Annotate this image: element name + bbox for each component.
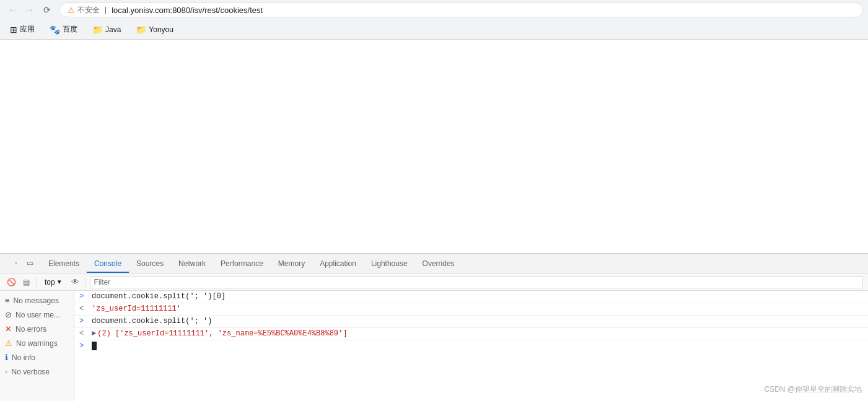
toolbar-divider-2 [85,277,86,287]
page-area [0,40,868,253]
clear-console-button[interactable]: 🚫 [5,276,17,288]
no-warnings-label: No warnings [16,339,58,348]
cursor-line[interactable]: > [74,340,868,351]
console-line-1: > document.cookie.split('; ')[0] [74,291,868,303]
address-bar[interactable]: ⚠ 不安全 | local.yonisv.com:8080/isv/rest/c… [59,2,863,17]
security-label: 不安全 [77,5,100,15]
bookmark-baidu[interactable]: 🐾 百度 [45,22,82,37]
console-line-2: < 'zs_userId=11111111' [74,303,868,316]
prompt-3: > [79,317,88,326]
forward-button[interactable]: → [22,2,37,17]
tab-sources[interactable]: Sources [129,256,171,273]
bookmark-yonyou-label: Yonyou [149,25,173,34]
warning-icon: ⚠ [68,6,75,15]
tab-memory[interactable]: Memory [271,256,312,273]
tab-application[interactable]: Application [312,256,364,273]
console-cmd-1: document.cookie.split('; ')[0] [92,292,226,301]
devtools-body: ≡ No messages ⊘ No user me... ✕ No error… [0,291,868,401]
no-user-messages-label: No user me... [15,311,60,319]
sidebar-no-info[interactable]: ℹ No info [0,350,74,364]
toolbar-divider [36,277,37,287]
error-icon: ✕ [5,324,12,334]
url-text: local.yonisv.com:8080/isv/rest/cookies/t… [112,6,263,15]
console-cursor [92,342,97,350]
bookmarks-bar: ⊞ 应用 🐾 百度 📁 Java 📁 Yonyou [0,20,868,40]
device-toolbar-button[interactable]: ▭ [24,257,36,269]
folder-icon-java: 📁 [92,25,103,35]
console-output-2: (2) ['zs_userId=11111111', 'zs_name=%E5%… [97,329,347,338]
warning-triangle-icon: ⚠ [5,338,12,348]
prompt-4: < [79,329,88,338]
bookmark-apps[interactable]: ⊞ 应用 [5,22,40,37]
tab-elements[interactable]: Elements [41,256,87,273]
tab-lighthouse[interactable]: Lighthouse [364,256,415,273]
prompt-1: > [79,292,88,301]
prompt-2: < [79,304,88,313]
console-output[interactable]: > document.cookie.split('; ')[0] < 'zs_u… [74,291,868,401]
url-separator: | [105,6,107,14]
apps-icon: ⊞ [10,25,17,35]
inspect-element-button[interactable]: ◦ [10,257,22,269]
nav-buttons: ← → ⟳ [5,2,55,17]
tab-overrides[interactable]: Overrides [415,256,462,273]
tab-console[interactable]: Console [87,256,129,273]
eye-button[interactable]: 👁 [69,276,82,288]
sidebar-no-warnings[interactable]: ⚠ No warnings [0,336,74,350]
bookmark-yonyou[interactable]: 📁 Yonyou [131,22,178,37]
console-output-1: 'zs_userId=11111111' [92,304,181,313]
console-line-4: < ► (2) ['zs_userId=11111111', 'zs_name=… [74,328,868,340]
back-button[interactable]: ← [5,2,20,17]
console-line-3: > document.cookie.split('; ') [74,316,868,328]
info-icon: ℹ [5,353,8,362]
context-selector[interactable]: top ▼ [40,276,67,288]
console-cmd-2: document.cookie.split('; ') [92,317,212,326]
console-sidebar: ≡ No messages ⊘ No user me... ✕ No error… [0,291,74,401]
sidebar-no-errors[interactable]: ✕ No errors [0,322,74,336]
security-warning: ⚠ 不安全 | local.yonisv.com:8080/isv/rest/c… [68,5,263,15]
devtools-tab-icons: ◦ ▭ [5,253,41,273]
user-messages-icon: ⊘ [5,310,12,319]
bookmark-baidu-label: 百度 [63,24,77,35]
arrow-toggle-4[interactable]: ► [92,329,96,338]
bookmark-java[interactable]: 📁 Java [87,22,126,37]
title-bar: ← → ⟳ ⚠ 不安全 | local.yonisv.com:8080/isv/… [0,0,868,20]
reload-button[interactable]: ⟳ [40,2,55,17]
sidebar-no-verbose[interactable]: ◦ No verbose [0,364,74,379]
tab-performance[interactable]: Performance [213,256,271,273]
collapse-button[interactable]: ▤ [20,276,32,288]
devtools-panel: ◦ ▭ Elements Console Sources Network Per… [0,253,868,401]
messages-icon: ≡ [5,296,10,305]
no-errors-label: No errors [15,325,46,334]
no-messages-label: No messages [14,296,59,305]
no-info-label: No info [12,353,35,362]
devtools-tabs: ◦ ▭ Elements Console Sources Network Per… [0,254,868,274]
no-verbose-label: No verbose [12,368,50,376]
sidebar-no-messages[interactable]: ≡ No messages [0,293,74,308]
devtools-toolbar: 🚫 ▤ top ▼ 👁 [0,274,868,291]
browser-chrome: ← → ⟳ ⚠ 不安全 | local.yonisv.com:8080/isv/… [0,0,868,40]
baidu-icon: 🐾 [50,25,60,35]
bookmark-apps-label: 应用 [20,24,35,35]
context-label: top [45,278,55,287]
tab-network[interactable]: Network [171,256,213,273]
sidebar-no-user-messages[interactable]: ⊘ No user me... [0,308,74,322]
bookmark-java-label: Java [105,25,121,34]
chevron-down-icon: ▼ [56,278,63,285]
prompt-cursor: > [79,342,88,350]
verbose-icon: ◦ [5,367,8,376]
folder-icon-yonyou: 📁 [136,25,146,35]
filter-input[interactable] [90,276,863,288]
